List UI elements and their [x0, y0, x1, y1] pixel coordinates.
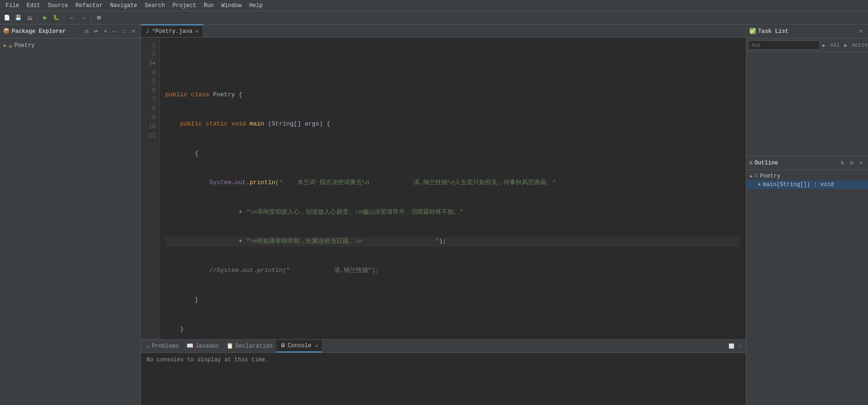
- javadoc-icon: 📖: [186, 343, 194, 350]
- package-explorer-panel: 📦 Package Explorer ⊟ ⇄ ▾ — □ ✕ ▶ ☕ Poetr…: [0, 24, 141, 405]
- fwd-btn[interactable]: →: [78, 13, 88, 23]
- new-btn[interactable]: 📄: [2, 13, 12, 23]
- code-line-2: public class Poetry {: [165, 90, 740, 100]
- console-icon: 🖥: [280, 342, 286, 349]
- code-line-4: {: [165, 149, 740, 159]
- menu-search[interactable]: Search: [141, 1, 169, 10]
- run-btn[interactable]: ▶: [40, 13, 50, 23]
- save-btn[interactable]: 💾: [13, 13, 23, 23]
- code-line-9: }: [165, 296, 740, 305]
- console-close-btn[interactable]: ✕: [315, 343, 318, 349]
- package-explorer-header: 📦 Package Explorer ⊟ ⇄ ▾ — □ ✕: [0, 24, 140, 39]
- center-panel: J *Poetry.java ✕ 1 2 3● 4 5 6 7 8 9 10 1…: [141, 24, 746, 405]
- method-icon: ●: [758, 181, 761, 188]
- declaration-icon: 📋: [226, 343, 233, 350]
- project-label: Poetry: [14, 42, 34, 49]
- code-line-5: System.out.println(" 木兰词·拟古决绝词柬去\n 清.纳兰性…: [165, 178, 740, 188]
- menu-project[interactable]: Project: [169, 1, 200, 10]
- outline-close-btn[interactable]: ✕: [857, 159, 865, 167]
- problems-label: Problems: [152, 343, 179, 350]
- code-line-7: + "\n何如薄幸锦衣郎，比翼连枝当日愿。\n ");: [165, 237, 740, 247]
- close-panel-btn[interactable]: ✕: [129, 27, 138, 36]
- class-icon: C: [755, 173, 758, 179]
- menu-window[interactable]: Window: [217, 1, 245, 10]
- task-list-title: ✅ Task List: [749, 28, 789, 35]
- tab-javadoc[interactable]: 📖 Javadoc: [183, 340, 223, 352]
- task-list-filter-arrow: ▶: [821, 42, 828, 48]
- outline-item-poetry[interactable]: ▶ C Poetry: [746, 172, 868, 180]
- java-file-icon: J: [146, 28, 149, 35]
- editor-tab-poetry[interactable]: J *Poetry.java ✕: [141, 24, 203, 37]
- code-line-8: //System.out.println(" 清.纳兰性德");: [165, 266, 740, 276]
- collapse-all-btn[interactable]: ⊟: [82, 27, 91, 36]
- outline-content: ▶ C Poetry ● main(String[]) : void: [746, 170, 868, 405]
- package-explorer-label: Package Explorer: [12, 28, 66, 35]
- javadoc-label: Javadoc: [195, 343, 219, 350]
- menu-edit[interactable]: Edit: [23, 1, 44, 10]
- menu-navigate[interactable]: Navigate: [106, 1, 141, 10]
- outline-label: Outline: [754, 160, 778, 166]
- minimize-btn[interactable]: —: [110, 27, 119, 36]
- open-perspective-btn[interactable]: ⊞: [93, 13, 104, 23]
- toolbar-sep-1: [37, 14, 38, 22]
- console-label: Console: [287, 343, 311, 349]
- task-list-panel: ✅ Task List ✕ ▶ All ▶ Activate...: [746, 24, 868, 156]
- toolbar-sep-2: [64, 14, 64, 22]
- outline-poetry-label: Poetry: [760, 173, 780, 179]
- save-all-btn[interactable]: 🗂: [24, 13, 35, 23]
- outline-header: ≡ Outline ⇅ ⊟ ✕: [746, 156, 868, 170]
- tab-declaration[interactable]: 📋 Declaration: [223, 340, 276, 352]
- tab-console[interactable]: 🖥 Console ✕: [276, 340, 321, 352]
- tree-item-poetry[interactable]: ▶ ☕ Poetry: [0, 40, 140, 50]
- menu-source[interactable]: Source: [44, 1, 72, 10]
- back-btn[interactable]: ←: [67, 13, 77, 23]
- task-list-activate-label[interactable]: Activate...: [850, 42, 868, 48]
- tab-close-poetry[interactable]: ✕: [195, 28, 199, 34]
- outline-item-main[interactable]: ● main(String[]) : void: [746, 180, 868, 189]
- outline-sort-btn[interactable]: ⇅: [838, 159, 846, 167]
- task-list-search-input[interactable]: [748, 40, 820, 50]
- code-content[interactable]: public class Poetry { public static void…: [160, 38, 746, 339]
- task-list-label: Task List: [758, 28, 789, 35]
- menu-help[interactable]: Help: [246, 1, 267, 10]
- tab-label: *Poetry.java: [152, 28, 192, 35]
- console-content: No consoles to display at this time.: [141, 353, 746, 405]
- outline-main-label: main(String[]) : void: [763, 181, 834, 188]
- outline-panel: ≡ Outline ⇅ ⊟ ✕ ▶ C Poetry ● main(String…: [746, 156, 868, 405]
- maximize-btn[interactable]: □: [120, 27, 128, 36]
- package-explorer-actions: ⊟ ⇄ ▾ — □ ✕: [82, 27, 138, 36]
- debug-btn[interactable]: 🐛: [51, 13, 62, 23]
- package-explorer-icon: 📦: [3, 28, 10, 35]
- tab-problems[interactable]: ⚠ Problems: [143, 340, 183, 352]
- view-menu-btn[interactable]: ▾: [101, 27, 109, 36]
- task-list-close-btn[interactable]: ✕: [857, 27, 865, 36]
- project-icon: ☕: [8, 41, 12, 49]
- task-list-icon: ✅: [749, 28, 756, 35]
- task-list-filter-arrow2: ▶: [842, 42, 849, 48]
- task-list-actions: ✕: [857, 27, 865, 36]
- menu-run[interactable]: Run: [200, 1, 218, 10]
- outline-icon: ≡: [749, 160, 752, 166]
- code-line-10: }: [165, 325, 740, 335]
- package-explorer-content: ▶ ☕ Poetry: [0, 39, 140, 405]
- bottom-minimize-btn[interactable]: ⬜: [727, 342, 736, 350]
- bottom-tab-bar: ⚠ Problems 📖 Javadoc 📋 Declaration 🖥 Con…: [141, 340, 746, 353]
- bottom-maximize-btn[interactable]: □: [736, 342, 744, 350]
- task-list-filter-label[interactable]: All: [829, 42, 842, 48]
- code-line-1: [165, 61, 740, 71]
- toolbar-sep-3: [91, 14, 91, 22]
- menu-file[interactable]: File: [2, 1, 23, 10]
- declaration-label: Declaration: [235, 343, 272, 350]
- outline-collapse-btn[interactable]: ⊟: [847, 159, 856, 167]
- main-layout: 📦 Package Explorer ⊟ ⇄ ▾ — □ ✕ ▶ ☕ Poetr…: [0, 24, 868, 405]
- tree-arrow-poetry: ▶: [4, 43, 7, 48]
- link-with-editor-btn[interactable]: ⇄: [92, 27, 100, 36]
- menubar: File Edit Source Refactor Navigate Searc…: [0, 0, 868, 11]
- toolbar: 📄 💾 🗂 ▶ 🐛 ← → ⊞: [0, 11, 868, 24]
- bottom-panel: ⚠ Problems 📖 Javadoc 📋 Declaration 🖥 Con…: [141, 339, 746, 405]
- outline-title: ≡ Outline: [749, 160, 778, 166]
- menu-refactor[interactable]: Refactor: [72, 1, 107, 10]
- right-panel: ✅ Task List ✕ ▶ All ▶ Activate... ≡ Out: [746, 24, 868, 405]
- task-list-header: ✅ Task List ✕: [746, 24, 868, 39]
- problems-icon: ⚠: [147, 343, 150, 350]
